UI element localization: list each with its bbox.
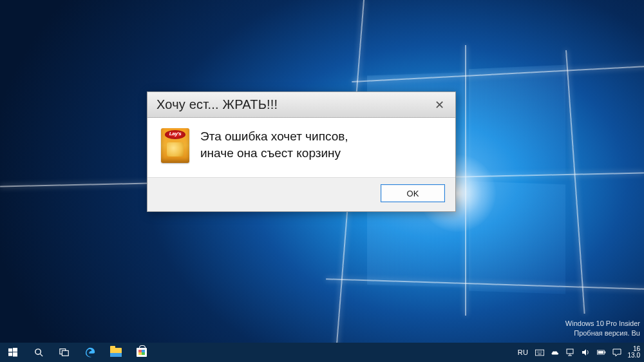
svg-rect-7 <box>62 350 68 356</box>
taskbar: RU 16 13.0 <box>0 343 644 362</box>
edge-icon <box>84 347 96 358</box>
dialog-message-line2: иначе она съест корзину <box>200 145 348 162</box>
action-center-icon[interactable] <box>612 348 621 357</box>
activation-watermark: Windows 10 Pro Insider Пробная версия. B… <box>565 319 640 338</box>
search-button[interactable] <box>26 343 52 362</box>
dialog-titlebar[interactable]: Хочу ест... ЖРАТЬ!!! ✕ <box>147 92 455 118</box>
svg-rect-17 <box>598 351 603 354</box>
dialog-footer: OK <box>147 177 455 211</box>
edge-browser-button[interactable] <box>77 343 103 362</box>
close-icon: ✕ <box>435 98 444 112</box>
taskbar-left <box>0 343 155 362</box>
svg-rect-3 <box>13 352 17 357</box>
svg-rect-16 <box>604 351 605 353</box>
battery-icon[interactable] <box>597 348 606 357</box>
svg-rect-12 <box>567 349 573 354</box>
onedrive-icon[interactable] <box>551 348 560 357</box>
svg-line-5 <box>40 354 43 356</box>
dialog-message-line1: Эта ошибка хочет чипсов, <box>200 128 348 145</box>
store-icon <box>137 348 147 357</box>
search-icon <box>34 348 44 357</box>
folder-icon <box>110 348 122 357</box>
taskbar-clock[interactable]: 16 13.0 <box>628 346 640 359</box>
chips-bag-icon <box>161 128 189 163</box>
file-explorer-button[interactable] <box>103 343 129 362</box>
dialog-body: Эта ошибка хочет чипсов, иначе она съест… <box>147 118 455 177</box>
svg-rect-0 <box>8 348 12 352</box>
dialog-message: Эта ошибка хочет чипсов, иначе она съест… <box>200 128 348 161</box>
network-icon[interactable] <box>566 348 575 357</box>
message-dialog: Хочу ест... ЖРАТЬ!!! ✕ Эта ошибка хочет … <box>147 91 456 212</box>
svg-rect-2 <box>8 352 12 356</box>
svg-rect-8 <box>535 350 544 356</box>
svg-rect-1 <box>13 348 17 352</box>
task-view-icon <box>59 348 70 357</box>
keyboard-icon[interactable] <box>535 348 544 357</box>
clock-date: 13.0 <box>628 352 640 359</box>
task-view-button[interactable] <box>52 343 77 362</box>
close-button[interactable]: ✕ <box>426 95 453 115</box>
svg-point-4 <box>35 348 40 354</box>
ok-button[interactable]: OK <box>381 184 445 202</box>
ok-button-label: OK <box>407 189 419 198</box>
watermark-line1: Windows 10 Pro Insider <box>565 319 640 328</box>
watermark-line2: Пробная версия. Bu <box>565 329 640 338</box>
desktop-background: Windows 10 Pro Insider Пробная версия. B… <box>0 0 644 362</box>
dialog-title: Хочу ест... ЖРАТЬ!!! <box>156 97 426 112</box>
language-indicator[interactable]: RU <box>518 348 529 356</box>
store-button[interactable] <box>129 343 155 362</box>
volume-icon[interactable] <box>582 348 591 357</box>
start-button[interactable] <box>0 343 26 362</box>
windows-logo-icon <box>8 348 17 357</box>
taskbar-tray: RU 16 13.0 <box>511 343 644 362</box>
